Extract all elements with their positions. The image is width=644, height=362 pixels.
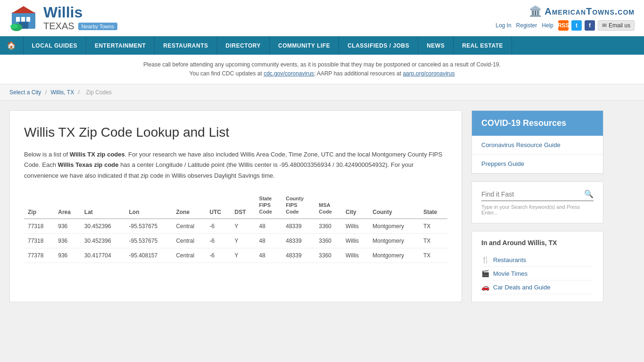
email-us-button[interactable]: ✉ Email us (598, 20, 635, 31)
th-state-fips: StateFIPSCode (256, 192, 282, 219)
svg-marker-5 (12, 6, 35, 13)
nav-home[interactable]: 🏠 (0, 36, 24, 55)
cell-msa: 3360 (315, 233, 342, 248)
th-county-fips: CountyFIPSCode (282, 192, 315, 219)
cell-utc: -6 (206, 219, 231, 234)
breadcrumb-willis-tx[interactable]: Willis, TX (50, 89, 74, 96)
breadcrumb-current: Zip Codes (86, 89, 112, 96)
cell-lat: 30.452396 (81, 233, 125, 248)
facebook-icon[interactable]: f (585, 20, 595, 31)
around-item-car-deals[interactable]: 🚗 Car Deals and Guide (481, 280, 594, 294)
site-title-block: Willis TEXAS Nearby Towns (43, 4, 117, 32)
breadcrumb-select-city[interactable]: Select a City (9, 89, 41, 96)
cell-state: TX (420, 248, 447, 263)
th-dst: DST (231, 192, 256, 219)
nav-real-estate[interactable]: REAL ESTATE (454, 36, 512, 55)
movie-times-link[interactable]: Movie Times (493, 270, 528, 277)
nav-community-life[interactable]: COMMUNITY LIFE (270, 36, 339, 55)
cell-dst: Y (231, 219, 256, 234)
car-deals-link[interactable]: Car Deals and Guide (493, 284, 550, 291)
covid-link-2[interactable]: Preppers Guide (472, 155, 603, 173)
cell-county_fips: 48339 (282, 233, 315, 248)
svg-rect-1 (16, 17, 20, 22)
svg-rect-3 (26, 17, 30, 22)
site-state: TEXAS Nearby Towns (43, 21, 117, 32)
th-state: State (420, 192, 447, 219)
navbar: 🏠 LOCAL GUIDES ENTERTAINMENT RESTAURANTS… (0, 36, 644, 55)
nav-local-guides[interactable]: LOCAL GUIDES (24, 36, 86, 55)
cell-lat: 30.417704 (81, 248, 125, 263)
th-utc: UTC (206, 192, 231, 219)
table-row: 7737893630.417704-95.408157Central-6Y484… (24, 248, 447, 263)
th-area: Area (54, 192, 81, 219)
search-button[interactable]: 🔍 (584, 189, 594, 198)
login-link[interactable]: Log In (495, 22, 511, 29)
search-hint: Type in your Search Keyword(s) and Press… (481, 204, 594, 215)
preppers-guide-link[interactable]: Preppers Guide (481, 160, 524, 167)
breadcrumb-bar: Select a City / Willis, TX / Zip Codes (0, 84, 644, 101)
sidebar: COVID-19 Resources Coronavirus Resource … (471, 110, 603, 302)
rss-icon[interactable]: RSS (558, 20, 569, 31)
cell-msa: 3360 (315, 248, 342, 263)
alert-line1: Please call before attending any upcomin… (19, 60, 625, 69)
coronavirus-resource-guide-link[interactable]: Coronavirus Resource Guide (481, 141, 561, 148)
twitter-icon[interactable]: t (571, 20, 582, 31)
cell-zone: Central (172, 219, 206, 234)
americantowns-logo: 🏛️ AmericanTowns.com (529, 5, 635, 17)
cell-area: 936 (54, 233, 81, 248)
sidebar-covid-links: Coronavirus Resource Guide Preppers Guid… (472, 136, 603, 173)
nearby-towns-badge[interactable]: Nearby Towns (78, 23, 118, 30)
cell-dst: Y (231, 233, 256, 248)
main-layout: Willis TX Zip Code Lookup and List Below… (0, 101, 613, 312)
cell-county: Montgomery (369, 233, 420, 248)
site-title: Willis (43, 4, 117, 21)
cell-lon: -95.408157 (125, 248, 173, 263)
breadcrumb-sep1: / (45, 89, 49, 96)
cell-zone: Central (172, 248, 206, 263)
svg-rect-2 (21, 17, 25, 22)
table-row: 7731893630.452396-95.537675Central-6Y484… (24, 233, 447, 248)
cell-utc: -6 (206, 248, 231, 263)
cell-area: 936 (54, 248, 81, 263)
cell-lat: 30.452396 (81, 219, 125, 234)
cell-state_fips: 48 (256, 233, 282, 248)
restaurants-icon: 🍴 (481, 256, 489, 263)
around-item-restaurants[interactable]: 🍴 Restaurants (481, 253, 594, 267)
nav-news[interactable]: NEWS (418, 36, 454, 55)
cell-county: Montgomery (369, 248, 420, 263)
nav-classifieds-jobs[interactable]: CLASSIFIEDS / JOBS (339, 36, 418, 55)
site-logo (9, 4, 38, 32)
alert-mid: ; AARP has additional resources at (314, 70, 403, 77)
cell-county: Montgomery (369, 219, 420, 234)
email-icon: ✉ (602, 22, 607, 29)
cell-zip: 77318 (24, 219, 54, 234)
cdc-link[interactable]: cdc.gov/coronavirus (264, 70, 314, 77)
sidebar-covid: COVID-19 Resources Coronavirus Resource … (471, 110, 603, 174)
around-item-movie-times[interactable]: 🎬 Movie Times (481, 267, 594, 280)
nav-restaurants[interactable]: RESTAURANTS (155, 36, 217, 55)
zip-table: Zip Area Lat Lon Zone UTC DST StateFIPSC… (24, 192, 447, 263)
aarp-link[interactable]: aarp.org/coronavirus (403, 70, 454, 77)
sidebar-around: In and Around Willis, TX 🍴 Restaurants 🎬… (471, 231, 603, 302)
help-link[interactable]: Help (542, 22, 553, 29)
sidebar-covid-header: COVID-19 Resources (472, 111, 603, 136)
breadcrumb-sep2: / (78, 89, 82, 96)
restaurants-link[interactable]: Restaurants (493, 256, 526, 263)
movie-icon: 🎬 (481, 270, 489, 277)
nav-entertainment[interactable]: ENTERTAINMENT (86, 36, 155, 55)
cell-state_fips: 48 (256, 248, 282, 263)
cell-county_fips: 48339 (282, 219, 315, 234)
table-row: 7731893630.452396-95.537675Central-6Y484… (24, 219, 447, 234)
th-county: County (369, 192, 420, 219)
covid-link-1[interactable]: Coronavirus Resource Guide (472, 136, 603, 155)
sidebar-around-title: In and Around Willis, TX (481, 239, 594, 247)
desc-bold2: Willis Texas zip code (58, 161, 119, 168)
cell-msa: 3360 (315, 219, 342, 234)
register-link[interactable]: Register (516, 22, 537, 29)
nav-directory[interactable]: DIRECTORY (217, 36, 270, 55)
sidebar-search: 🔍 Type in your Search Keyword(s) and Pre… (471, 181, 603, 223)
search-input[interactable] (481, 190, 584, 198)
th-lon: Lon (125, 192, 173, 219)
cell-state: TX (420, 219, 447, 234)
state-label: TEXAS (43, 21, 74, 32)
